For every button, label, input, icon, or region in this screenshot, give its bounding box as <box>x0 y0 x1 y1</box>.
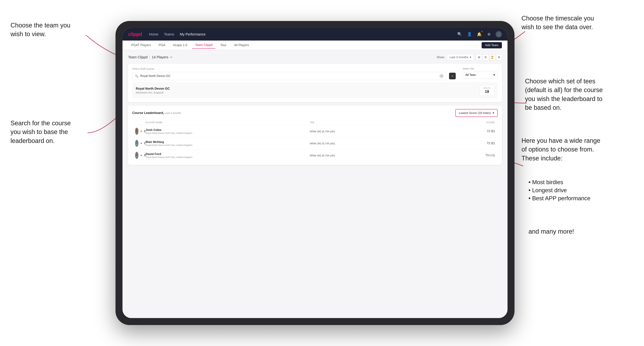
tablet-screen: clippd Home Teams My Performance 🔍 👤 🔔 ⊕… <box>122 28 508 318</box>
player-info-2: Blair McHarg Royal North Devon Golf Club… <box>146 140 310 147</box>
nav-teams[interactable]: Teams <box>164 32 174 36</box>
team-name: Team Clippd <box>128 55 148 59</box>
leaderboard-title: Course Leaderboard, <box>132 111 164 115</box>
navbar-icons: 🔍 👤 🔔 ⊕ 👤 <box>456 31 502 37</box>
leaderboard-card: Course Leaderboard, Last 3 months Lowest… <box>128 106 502 165</box>
annotation-options-list: • Most birdies• Longest drive• Best APP … <box>528 178 590 202</box>
add-team-button[interactable]: Add Team <box>482 42 502 48</box>
tee-2: White (M) (6,744 yds) <box>310 142 474 145</box>
col-player-name: PLAYER NAME <box>146 121 310 124</box>
score-type-value: Lowest Score (18 holes) <box>459 111 491 115</box>
avatar-blair-mcharg <box>135 140 138 147</box>
annotation-options: Here you have a wide rangeof options to … <box>522 136 600 163</box>
team-title-area: Team Clippd | 14 Players ✏ <box>128 55 173 59</box>
annotation-timescale: Choose the timescale youwish to see the … <box>522 14 594 32</box>
holes-box: Holes 18 <box>480 85 494 96</box>
dropdown-chevron-icon: ▾ <box>470 55 471 59</box>
col-rank <box>135 121 146 124</box>
player-name-1: Josh Coles <box>146 128 310 132</box>
rank-cell-3: ♥ 3 <box>135 152 146 159</box>
score-1: 72 (E) <box>474 130 495 133</box>
title-separator: | <box>149 56 150 59</box>
annotation-search-course: Search for the courseyou wish to base th… <box>10 119 71 145</box>
tee-select-dropdown[interactable]: All Tees ▾ <box>463 71 498 79</box>
course-search-box[interactable]: 🔍 ✕ <box>132 72 446 80</box>
tab-pgat-players[interactable]: PGAT Players <box>128 42 154 48</box>
leaderboard-subtitle: Last 3 months <box>165 112 181 114</box>
score-type-chevron-icon: ▾ <box>492 111 494 115</box>
player-name-3: David Ford <box>146 152 310 156</box>
list-view-icon[interactable]: ☰ <box>483 54 488 60</box>
tee-value: All Tees <box>465 73 476 77</box>
clear-search-button[interactable]: ✕ <box>440 74 444 78</box>
edit-team-icon[interactable]: ✏ <box>170 55 173 59</box>
rank-cell-2: ♥ 1 <box>135 140 146 147</box>
player-info-3: David Ford Royal North Devon Golf Club, … <box>146 152 310 159</box>
tee-1: White (M) (6,744 yds) <box>310 130 474 133</box>
course-result: Royal North Devon GC Westward Ho!, Engla… <box>132 82 498 99</box>
svg-point-1 <box>136 130 138 131</box>
main-content: Team Clippd | 14 Players ✏ Show: Last 3 … <box>122 50 508 318</box>
svg-point-3 <box>136 142 138 144</box>
player-club-1: Royal North Devon Golf Club, United King… <box>146 132 310 134</box>
tab-team-clippd[interactable]: Team Clippd <box>192 42 216 49</box>
favorite-button[interactable]: ☆ <box>449 73 456 79</box>
trophy-icon[interactable]: 🏆 <box>489 54 495 60</box>
player-club-2: Royal North Devon Golf Club, United King… <box>146 144 310 147</box>
tablet-frame: clippd Home Teams My Performance 🔍 👤 🔔 ⊕… <box>116 21 514 325</box>
search-icon[interactable]: 🔍 <box>456 31 463 37</box>
player-name-2: Blair McHarg <box>146 140 310 144</box>
annotation-choose-team: Choose the team youwish to view. <box>10 21 70 39</box>
annotation-tee-select: Choose which set of tees(default is all)… <box>525 77 603 112</box>
holes-label: Holes <box>483 87 490 89</box>
player-count: 14 Players <box>152 55 168 59</box>
grid-view-icon[interactable]: ⊞ <box>476 54 482 60</box>
notification-icon[interactable]: 🔔 <box>476 31 482 37</box>
table-row: ♥ 1 Josh Coles Royal North Devon Golf Cl… <box>132 125 498 137</box>
tab-hcaps[interactable]: Hcaps 1-5 <box>170 42 190 48</box>
leaderboard-header: Course Leaderboard, Last 3 months Lowest… <box>132 109 498 117</box>
navbar: clippd Home Teams My Performance 🔍 👤 🔔 ⊕… <box>122 28 508 40</box>
rank-2: 1 <box>144 142 146 145</box>
search-icon: 🔍 <box>135 74 138 78</box>
time-period-dropdown[interactable]: Last 3 months ▾ <box>447 54 474 60</box>
tab-pga[interactable]: PGA <box>156 42 168 48</box>
avatar-david-ford <box>135 152 138 159</box>
profile-icon[interactable]: 👤 <box>466 31 472 37</box>
team-header: Team Clippd | 14 Players ✏ Show: Last 3 … <box>128 54 502 60</box>
heart-icon-2: ♥ <box>140 142 142 145</box>
course-details: Royal North Devon GC Westward Ho!, Engla… <box>136 87 170 94</box>
tab-all-players[interactable]: All Players <box>231 42 252 48</box>
tab-tour[interactable]: Tour <box>217 42 230 48</box>
heart-icon-1: ♥ <box>140 130 142 133</box>
show-controls: Show: Last 3 months ▾ ⊞ ☰ 🏆 ⬇ <box>436 54 502 60</box>
svg-point-5 <box>136 154 138 156</box>
svg-point-6 <box>136 156 138 157</box>
nav-home[interactable]: Home <box>149 32 158 36</box>
course-finder-card: Find a Golf Course 🔍 ✕ ☆ Select Tee <box>128 64 502 102</box>
svg-point-4 <box>136 144 138 145</box>
score-2: 72 (E) <box>474 142 495 145</box>
leaderboard-table: PLAYER NAME TEE SCORE ♥ 1 <box>132 120 498 161</box>
table-header: PLAYER NAME TEE SCORE <box>132 120 498 125</box>
avatar[interactable]: 👤 <box>496 31 502 37</box>
download-icon[interactable]: ⬇ <box>496 54 502 60</box>
navbar-links: Home Teams My Performance <box>149 32 450 36</box>
table-row: ♥ 3 David Ford Royal North Devon Golf Cl… <box>132 149 498 161</box>
score-3: 73 (+1) <box>474 154 495 157</box>
course-location: Westward Ho!, England <box>136 91 170 94</box>
table-row: ♥ 1 Blair McHarg Royal North Devon Golf … <box>132 137 498 149</box>
subnav: PGAT Players PGA Hcaps 1-5 Team Clippd T… <box>122 40 508 50</box>
player-club-3: Royal North Devon Golf Club, United King… <box>146 156 310 159</box>
nav-my-performance[interactable]: My Performance <box>180 32 206 36</box>
view-icons: ⊞ ☰ 🏆 ⬇ <box>476 54 502 60</box>
tee-select-label: Select Tee <box>463 67 498 70</box>
rank-3: 3 <box>144 154 146 157</box>
player-info-1: Josh Coles Royal North Devon Golf Club, … <box>146 128 310 134</box>
rank-1: 1 <box>144 130 146 133</box>
score-type-dropdown[interactable]: Lowest Score (18 holes) ▾ <box>455 109 498 117</box>
heart-icon-3: ♥ <box>140 154 142 157</box>
leaderboard-title-area: Course Leaderboard, Last 3 months <box>132 111 181 115</box>
settings-icon[interactable]: ⊕ <box>486 31 492 37</box>
course-search-input[interactable] <box>140 74 438 78</box>
